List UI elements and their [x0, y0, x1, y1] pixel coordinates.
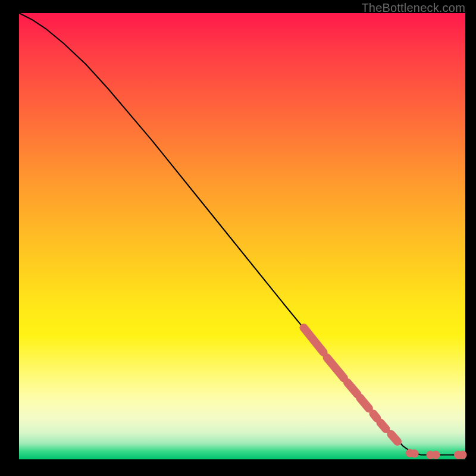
dot-cluster	[392, 434, 398, 441]
plot-area	[19, 13, 465, 459]
dot	[411, 449, 419, 458]
dot	[432, 451, 440, 459]
dot-cluster	[304, 328, 324, 352]
dot	[459, 451, 467, 459]
bottleneck-curve	[19, 13, 465, 455]
dot-cluster	[374, 414, 377, 419]
dot-cluster	[381, 423, 386, 430]
dot-cluster	[327, 358, 345, 378]
dot-cluster	[347, 383, 358, 394]
chart-svg	[19, 13, 465, 459]
dot-cluster	[360, 398, 369, 409]
chart-frame: TheBottleneck.com	[0, 0, 476, 476]
data-dots	[304, 328, 467, 459]
